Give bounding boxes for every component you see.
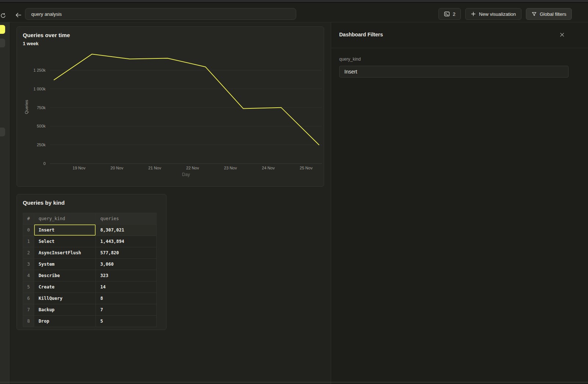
terminal-icon bbox=[444, 11, 450, 17]
close-icon bbox=[560, 33, 564, 37]
table-row[interactable]: 5Create14 bbox=[23, 281, 156, 293]
column-header-queries: queries bbox=[96, 213, 156, 224]
reload-button[interactable] bbox=[0, 11, 7, 20]
y-axis-tick-label: 1 000k bbox=[19, 87, 46, 91]
plus-icon bbox=[471, 11, 476, 17]
table-title: Queries by kind bbox=[23, 200, 65, 206]
new-visualization-label: New visualization bbox=[479, 11, 516, 17]
table-row[interactable]: 1Select1,443,894 bbox=[23, 236, 156, 247]
table-header-row: # query_kind queries bbox=[23, 213, 156, 224]
chart-card-queries-over-time[interactable]: Queries over time 1 week Queries Day 025… bbox=[17, 26, 324, 187]
row-index-cell: 7 bbox=[23, 304, 34, 315]
query-kind-cell[interactable]: System bbox=[34, 259, 96, 270]
line-chart: Queries Day 0250k500k750k1 000k1 250k19 … bbox=[17, 27, 324, 186]
row-index-cell: 1 bbox=[23, 236, 34, 247]
close-filters-button[interactable] bbox=[559, 31, 565, 38]
app-window: 2 New visualization Global filters bbox=[0, 0, 588, 384]
table-row[interactable]: 6KillQuery8 bbox=[23, 293, 156, 304]
chart-plot bbox=[17, 27, 324, 181]
row-index-cell: 4 bbox=[23, 270, 34, 281]
queries-cell[interactable]: 14 bbox=[96, 281, 156, 293]
y-axis-tick-label: 1 250k bbox=[19, 68, 46, 72]
queries-cell[interactable]: 323 bbox=[96, 270, 156, 281]
sidebar-item[interactable] bbox=[0, 39, 5, 47]
dashboard-filters-panel: Dashboard Filters query_kind bbox=[331, 22, 588, 384]
query-kind-cell[interactable]: Create bbox=[34, 281, 96, 293]
x-axis-tick-label: 22 Nov bbox=[178, 166, 207, 170]
top-bar: 2 New visualization Global filters bbox=[0, 3, 588, 22]
queries-cell[interactable]: 5 bbox=[96, 316, 156, 327]
topbar-actions: 2 New visualization Global filters bbox=[438, 8, 572, 20]
query-kind-cell[interactable]: Backup bbox=[34, 304, 96, 315]
y-axis-tick-label: 750k bbox=[19, 105, 46, 110]
filters-panel-title: Dashboard Filters bbox=[339, 32, 383, 37]
new-visualization-button[interactable]: New visualization bbox=[465, 8, 521, 20]
sidebar-item[interactable] bbox=[0, 128, 5, 136]
queries-cell[interactable]: 7 bbox=[96, 304, 156, 315]
row-index-cell: 8 bbox=[23, 316, 34, 327]
console-button[interactable]: 2 bbox=[438, 8, 461, 20]
x-axis-tick-label: 21 Nov bbox=[140, 166, 169, 170]
sidebar-item-active[interactable] bbox=[0, 25, 5, 34]
row-index-cell: 0 bbox=[23, 225, 34, 236]
row-index-cell: 6 bbox=[23, 293, 34, 304]
x-axis-tick-label: 25 Nov bbox=[291, 166, 321, 170]
row-index-cell: 2 bbox=[23, 247, 34, 258]
funnel-icon bbox=[531, 11, 537, 17]
queries-cell[interactable]: 8 bbox=[96, 293, 156, 304]
dashboard-canvas: Queries over time 1 week Queries Day 025… bbox=[10, 22, 331, 384]
y-axis-tick-label: 0 bbox=[19, 161, 46, 166]
dashboard-title-input[interactable] bbox=[25, 8, 296, 20]
back-arrow-icon bbox=[15, 12, 22, 18]
query-kind-cell[interactable]: Describe bbox=[34, 270, 96, 281]
y-axis-tick-label: 250k bbox=[19, 143, 46, 147]
queries-series-line bbox=[54, 54, 319, 145]
panel-divider bbox=[331, 48, 588, 48]
query-kind-cell[interactable]: Insert bbox=[34, 225, 96, 236]
global-filters-label: Global filters bbox=[540, 11, 566, 17]
global-filters-button[interactable]: Global filters bbox=[526, 8, 572, 20]
table-row[interactable]: 0Insert8,307,021 bbox=[23, 224, 156, 236]
query-kind-cell[interactable]: KillQuery bbox=[34, 293, 96, 304]
left-sidebar bbox=[0, 22, 10, 384]
table-card-queries-by-kind[interactable]: Queries by kind # query_kind queries 0In… bbox=[17, 194, 166, 330]
back-button[interactable] bbox=[14, 11, 23, 19]
x-axis-tick-label: 24 Nov bbox=[254, 166, 283, 170]
x-axis-tick-label: 20 Nov bbox=[102, 166, 132, 170]
x-axis-tick-label: 23 Nov bbox=[216, 166, 245, 170]
query-kind-filter-input[interactable] bbox=[339, 66, 569, 78]
row-index-cell: 3 bbox=[23, 259, 34, 270]
queries-cell[interactable]: 1,443,894 bbox=[96, 236, 156, 247]
queries-cell[interactable]: 577,820 bbox=[96, 247, 156, 258]
column-header-query-kind: query_kind bbox=[34, 213, 96, 224]
x-axis-label: Day bbox=[171, 172, 201, 177]
query-kind-cell[interactable]: AsyncInsertFlush bbox=[34, 247, 96, 258]
queries-cell[interactable]: 8,307,021 bbox=[96, 225, 156, 236]
queries-table-rows: 0Insert8,307,0211Select1,443,8942AsyncIn… bbox=[23, 224, 156, 327]
y-axis-tick-label: 500k bbox=[19, 124, 46, 128]
console-count: 2 bbox=[453, 11, 455, 17]
query-kind-cell[interactable]: Select bbox=[34, 236, 96, 247]
column-header-index: # bbox=[23, 213, 34, 224]
query-kind-cell[interactable]: Drop bbox=[34, 316, 96, 327]
table-row[interactable]: 8Drop5 bbox=[23, 315, 156, 327]
window-top-strip bbox=[0, 0, 588, 3]
table-row[interactable]: 4Describe323 bbox=[23, 270, 156, 281]
reload-icon bbox=[0, 12, 6, 19]
filter-field-label: query_kind bbox=[339, 57, 361, 62]
row-index-cell: 5 bbox=[23, 281, 34, 293]
bottom-edge-line bbox=[0, 382, 588, 383]
x-axis-tick-label: 19 Nov bbox=[64, 166, 94, 170]
table-row[interactable]: 3System3,060 bbox=[23, 258, 156, 270]
table-row[interactable]: 2AsyncInsertFlush577,820 bbox=[23, 247, 156, 258]
queries-table: # query_kind queries 0Insert8,307,0211Se… bbox=[23, 213, 157, 327]
queries-cell[interactable]: 3,060 bbox=[96, 259, 156, 270]
table-row[interactable]: 7Backup7 bbox=[23, 304, 156, 315]
